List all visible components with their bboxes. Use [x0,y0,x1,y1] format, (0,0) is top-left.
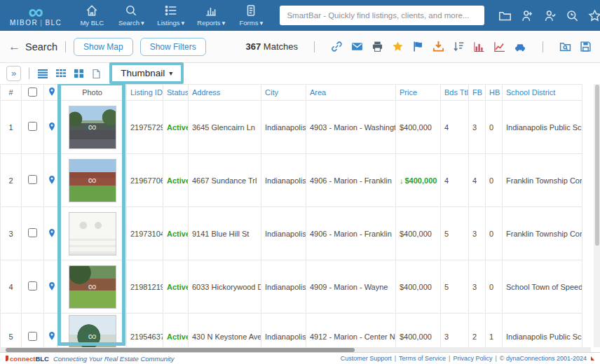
col-header-price[interactable]: Price [396,85,441,101]
show-map-button[interactable]: Show Map [74,38,133,56]
price: $400,000 [396,207,441,260]
mibor-blc-logo[interactable]: ∞ MIBOR | BLC [10,5,62,27]
nav-label: Listings [157,19,179,27]
col-header-city[interactable]: City [261,85,306,101]
email-icon[interactable] [351,41,363,52]
table-header-row: # Photo Listing ID Status Address City A… [1,85,582,101]
full-baths: 4 [469,154,486,207]
row-checkbox[interactable] [28,175,37,184]
footer-copyright: © dynaConnections 2001-2024 [500,355,587,362]
nav-label: Reports [197,19,220,27]
status-badge: Active [163,101,189,154]
listings-icon [165,4,177,17]
table-row[interactable]: 2 ∞ 21967706 Active 4667 Sundance Trl In… [1,154,582,207]
col-header-fb[interactable]: FB [469,85,486,101]
table-row[interactable]: 1 ∞ 21975729 Active 3645 Glencairn Ln In… [1,101,582,154]
footer-brand-blc: BLC [35,355,49,363]
listing-photo[interactable]: ∞ [69,106,116,149]
add-contact-icon[interactable] [521,9,534,22]
search-icon [125,4,137,17]
page-view-icon[interactable] [91,69,101,79]
vertical-scrollbar[interactable] [594,83,600,347]
star-icon[interactable] [588,9,600,22]
status-badge: Active [163,154,189,207]
half-baths: 0 [486,207,503,260]
listing-photo[interactable]: ∞ [69,159,116,202]
address: 3645 Glencairn Ln [189,101,261,154]
line-chart-icon[interactable] [493,41,505,52]
saved-search-icon[interactable] [566,9,579,22]
row-checkbox[interactable] [28,228,37,237]
col-header-bds[interactable]: Bds Ttl [441,85,469,101]
vertical-scrollbar-thumb[interactable] [595,85,599,246]
folder-icon[interactable] [498,9,512,22]
col-header-photo[interactable]: Photo [58,85,127,101]
results-toolbar: ← Search Show Map Show Filters 367 Match… [0,31,600,63]
topbar-icon-group [498,6,600,26]
table-row[interactable]: 3 21973104 Active 9141 Blue Hill St Indi… [1,207,582,260]
footer-link-customer-support[interactable]: Customer Support [341,355,392,362]
select-all-checkbox[interactable] [28,88,37,97]
smartbar-input[interactable] [280,6,484,25]
nav-reports[interactable]: Reports▾ [197,4,225,27]
beds-total: 4 [441,154,469,207]
thumbnail-view-dropdown[interactable]: Thumbnail ▾ [109,62,184,84]
contact-icon[interactable] [543,9,557,22]
download-icon[interactable] [432,41,444,52]
price: $400,000 [396,260,441,314]
col-header-address[interactable]: Address [189,85,261,101]
folder-search-icon[interactable] [559,41,571,52]
show-filters-button[interactable]: Show Filters [140,38,206,56]
row-checkbox[interactable] [28,122,37,131]
price-down-icon: ↓ [400,176,404,185]
print-icon[interactable] [371,41,383,52]
expand-panel-button[interactable]: » [6,66,21,81]
map-pin-icon[interactable] [48,331,56,341]
row-checkbox[interactable] [28,332,37,341]
map-pin-icon[interactable] [48,281,56,291]
sort-icon[interactable] [453,41,465,52]
col-header-listing-id[interactable]: Listing ID [127,85,163,101]
link-icon[interactable] [331,41,343,52]
half-baths: 0 [486,260,503,314]
footer-link-privacy[interactable]: Privacy Policy [453,355,492,362]
listing-id: 21981219 [127,260,163,314]
map-pin-icon [48,87,56,97]
listing-photo[interactable]: ∞ [69,265,116,309]
grid-small-view-icon[interactable] [55,69,67,78]
map-pin-icon[interactable] [48,122,56,132]
map-pin-icon[interactable] [48,175,56,185]
col-header-area[interactable]: Area [306,85,396,101]
col-header-map[interactable] [44,85,58,101]
drive-time-icon[interactable] [514,41,526,52]
list-view-icon[interactable] [37,69,48,78]
favorite-icon[interactable] [392,41,404,52]
listing-photo[interactable] [69,212,116,255]
map-pin-icon[interactable] [48,228,56,238]
school-district: Franklin Township Com Sc [503,207,582,260]
select-all-checkbox-cell [22,85,44,101]
nav-search[interactable]: Search▾ [118,4,144,27]
city: Indianapolis [261,101,306,154]
nav-listings[interactable]: Listings▾ [157,4,184,27]
beds-total: 5 [441,207,469,260]
bar-chart-icon[interactable] [473,41,485,52]
divider [314,41,315,52]
row-checkbox[interactable] [28,281,37,290]
table-row[interactable]: 4 ∞ 21981219 Active 6033 Hickorywood Dr … [1,260,582,314]
flag-icon[interactable] [412,41,424,52]
footer-link-terms[interactable]: Terms of Service [399,355,446,362]
grid-large-view-icon[interactable] [74,69,84,78]
col-header-hb[interactable]: HB [486,85,503,101]
back-arrow-icon[interactable]: ← [8,40,20,54]
price: ↓$400,000 [396,154,441,207]
nav-my-blc[interactable]: My BLC [79,4,105,27]
save-search-icon[interactable] [580,41,592,52]
col-header-school[interactable]: School District [503,85,582,101]
beds-total: 4 [441,101,469,154]
footer-logo-mark [6,356,8,361]
col-header-status[interactable]: Status [163,85,189,101]
nav-forms[interactable]: Forms▾ [238,4,264,27]
footer-link-separator: | [449,355,450,362]
results-page-title: Search [25,41,57,52]
